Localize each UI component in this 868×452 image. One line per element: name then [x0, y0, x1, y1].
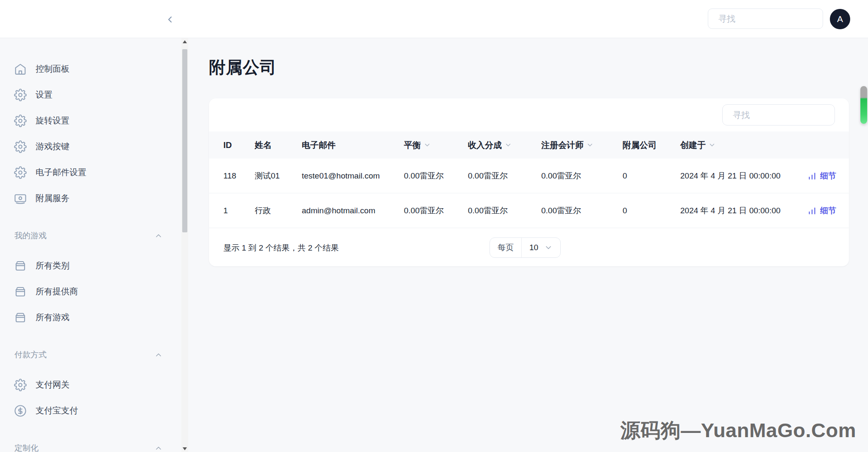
scroll-up-arrow[interactable]: [181, 38, 188, 45]
scroll-down-arrow[interactable]: [181, 445, 188, 452]
chevron-down-icon: [544, 243, 553, 252]
sidebar-item-label: 电子邮件设置: [36, 167, 86, 178]
watermark: 源码狗—YuanMaGo.Com: [620, 417, 856, 444]
sidebar: 控制面板 设置 旋转设置 游戏按键 电子邮件设置 附属服务 我的游戏: [0, 38, 181, 452]
gear-icon: [14, 140, 27, 153]
top-bar: A: [0, 0, 868, 38]
user-avatar[interactable]: A: [830, 9, 850, 29]
cell-revenue-share: 0.00雷亚尔: [468, 205, 541, 216]
page-title: 附属公司: [209, 56, 277, 79]
per-page-value: 10: [529, 243, 538, 252]
col-header-balance[interactable]: 平衡: [404, 140, 468, 151]
sidebar-item-label: 所有游戏: [36, 312, 70, 323]
global-search-input[interactable]: [718, 14, 831, 24]
col-header-created-at[interactable]: 创建于: [680, 140, 786, 151]
sidebar-section-title: 我的游戏: [14, 230, 154, 241]
sidebar-item-label: 附属服务: [36, 193, 70, 204]
archive-icon: [14, 311, 27, 324]
chevron-down-icon: [708, 141, 716, 149]
sidebar-collapse-button[interactable]: [163, 12, 177, 27]
per-page-label: 每页: [490, 238, 522, 257]
bar-chart-icon: [807, 171, 817, 181]
archive-icon: [14, 285, 27, 298]
gear-icon: [14, 166, 27, 179]
sidebar-section-payment-methods[interactable]: 付款方式: [0, 346, 181, 364]
affiliates-card: ID 姓名 电子邮件 平衡 收入分成 注册会计师 附属公司 创建于 118 测试…: [209, 98, 849, 266]
sidebar-scrollbar[interactable]: [181, 38, 188, 452]
sidebar-section-customization[interactable]: 定制化: [0, 439, 181, 452]
details-link[interactable]: 细节: [807, 170, 836, 181]
cell-created-at: 2024 年 4 月 21 日 00:00:00: [680, 170, 786, 181]
sidebar-item-spin-settings[interactable]: 旋转设置: [0, 108, 181, 134]
table-row: 1 行政 admin@hotmail.com 0.00雷亚尔 0.00雷亚尔 0…: [209, 193, 849, 228]
sidebar-item-all-games[interactable]: 所有游戏: [0, 304, 181, 330]
cell-balance: 0.00雷亚尔: [404, 170, 468, 181]
bar-chart-icon: [807, 206, 817, 215]
archive-icon: [14, 259, 27, 272]
sidebar-section-title: 付款方式: [14, 349, 154, 360]
gear-icon: [14, 114, 27, 127]
sidebar-scrollbar-thumb[interactable]: [182, 49, 187, 232]
sidebar-item-label: 旋转设置: [36, 115, 70, 126]
cell-created-at: 2024 年 4 月 21 日 00:00:00: [680, 205, 786, 216]
chevron-down-icon: [423, 141, 431, 149]
sidebar-item-all-providers[interactable]: 所有提供商: [0, 279, 181, 304]
cell-revenue-share: 0.00雷亚尔: [468, 170, 541, 181]
sidebar-item-label: 所有类别: [36, 260, 70, 271]
sidebar-item-label: 游戏按键: [36, 141, 70, 152]
table-search: [722, 104, 835, 126]
cell-balance: 0.00雷亚尔: [404, 205, 468, 216]
banknote-icon: [14, 192, 27, 205]
sidebar-item-alipay[interactable]: 支付宝支付: [0, 398, 181, 424]
sidebar-section-title: 定制化: [14, 443, 154, 452]
affiliates-table: ID 姓名 电子邮件 平衡 收入分成 注册会计师 附属公司 创建于 118 测试…: [209, 131, 849, 228]
sidebar-item-label: 控制面板: [36, 63, 70, 75]
col-header-name: 姓名: [255, 140, 302, 151]
chevron-up-icon: [154, 351, 163, 359]
col-header-revenue-share[interactable]: 收入分成: [468, 140, 541, 151]
cell-email: teste01@hotmail.com: [302, 171, 404, 181]
gear-icon: [14, 379, 27, 391]
sidebar-item-label: 设置: [36, 89, 53, 100]
sidebar-section-my-games[interactable]: 我的游戏: [0, 226, 181, 245]
details-link[interactable]: 细节: [807, 205, 836, 216]
dollar-circle-icon: [14, 405, 27, 417]
sidebar-item-affiliate-services[interactable]: 附属服务: [0, 185, 181, 211]
cell-name: 行政: [255, 205, 302, 216]
main-content: 附属公司 ID 姓名 电子邮件 平衡 收入分成 注册会计师 附属公司 创建于: [188, 38, 868, 452]
col-header-id: ID: [223, 140, 255, 150]
table-header-row: ID 姓名 电子邮件 平衡 收入分成 注册会计师 附属公司 创建于: [209, 131, 849, 159]
sidebar-item-all-categories[interactable]: 所有类别: [0, 253, 181, 279]
chevron-up-icon: [154, 232, 163, 240]
sidebar-item-dashboard[interactable]: 控制面板: [0, 56, 181, 82]
cell-affiliates: 0: [623, 206, 680, 215]
sidebar-item-settings[interactable]: 设置: [0, 82, 181, 108]
page-scrollbar-thumb[interactable]: [860, 86, 867, 124]
results-summary: 显示 1 到 2 个结果，共 2 个结果: [223, 243, 339, 254]
sidebar-item-label: 支付网关: [36, 379, 70, 391]
chevron-left-icon: [165, 14, 175, 25]
sidebar-item-email-settings[interactable]: 电子邮件设置: [0, 159, 181, 185]
table-search-input[interactable]: [733, 110, 845, 120]
col-header-affiliates: 附属公司: [623, 140, 680, 151]
sidebar-item-game-keys[interactable]: 游戏按键: [0, 134, 181, 159]
cell-id: 118: [223, 171, 255, 181]
table-row: 118 测试01 teste01@hotmail.com 0.00雷亚尔 0.0…: [209, 159, 849, 193]
cell-cpa: 0.00雷亚尔: [541, 205, 623, 216]
cell-name: 测试01: [255, 170, 302, 181]
cell-email: admin@hotmail.com: [302, 206, 404, 215]
sidebar-item-payment-gateway[interactable]: 支付网关: [0, 372, 181, 398]
chevron-down-icon: [586, 141, 594, 149]
cell-id: 1: [223, 206, 255, 215]
col-header-cpa[interactable]: 注册会计师: [541, 140, 623, 151]
table-footer: 显示 1 到 2 个结果，共 2 个结果 每页 10: [209, 229, 849, 266]
sidebar-item-label: 支付宝支付: [36, 405, 78, 416]
cell-cpa: 0.00雷亚尔: [541, 170, 623, 181]
home-icon: [14, 63, 27, 75]
col-header-email: 电子邮件: [302, 140, 404, 151]
chevron-down-icon: [504, 141, 512, 149]
chevron-up-icon: [154, 444, 163, 452]
global-search: [708, 8, 823, 29]
cell-affiliates: 0: [623, 171, 680, 181]
per-page-select[interactable]: 每页 10: [490, 237, 561, 258]
